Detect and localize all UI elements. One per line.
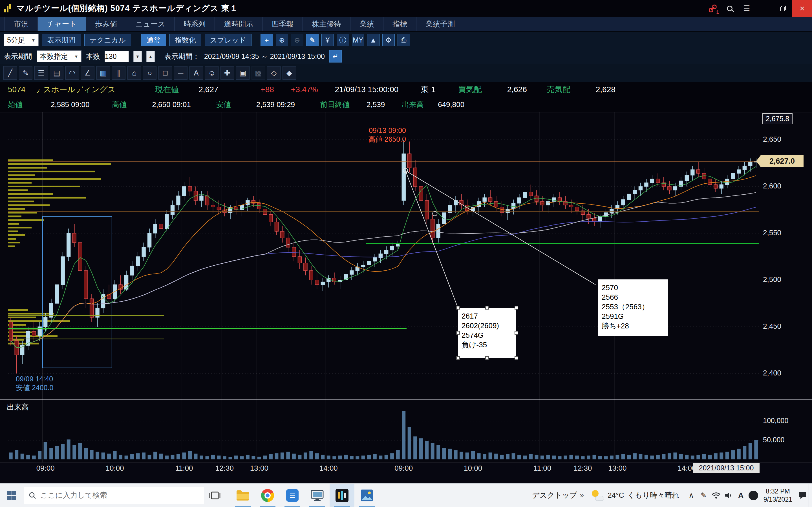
search-input[interactable] xyxy=(40,491,187,500)
settings-wrench-icon[interactable]: ⚙ xyxy=(382,34,395,46)
marker-icon[interactable]: ✚ xyxy=(220,66,234,80)
segment-icon[interactable]: ─ xyxy=(174,66,188,80)
yen-icon[interactable]: ¥ xyxy=(321,34,334,46)
menu-icon[interactable]: ☰ xyxy=(738,0,755,17)
taskbar-search[interactable] xyxy=(24,487,204,504)
tab-disclosure[interactable]: 適時開示 xyxy=(215,17,262,31)
time-axis-label: 09:00 xyxy=(387,464,421,473)
vline-set-icon[interactable]: ▥ xyxy=(96,66,110,80)
trading-tool-icon[interactable] xyxy=(329,484,354,507)
angle-line-icon[interactable]: ∠ xyxy=(81,66,94,80)
volume-value: 649,800 xyxy=(438,100,464,109)
parallel-line-icon[interactable]: ∥ xyxy=(112,66,125,80)
zoom-out-icon[interactable]: ⊖ xyxy=(291,34,303,46)
chart-toolbar: 5分足▼ 表示期間 テクニカル 通常 指数化 スプレッド ＋⊕⊖✎¥ⓘMY▲⚙⎙ xyxy=(0,32,812,48)
eraser-icon[interactable]: ◇ xyxy=(267,66,281,80)
price-label: 現在値 xyxy=(155,84,179,95)
ime-indicator[interactable]: A xyxy=(735,484,747,507)
display-period-button[interactable]: 表示期間 xyxy=(42,34,81,46)
restore-button[interactable] xyxy=(774,0,792,17)
arc-icon[interactable]: ◠ xyxy=(65,66,79,80)
action-center-icon[interactable] xyxy=(796,484,809,507)
chrome-icon[interactable] xyxy=(255,484,280,507)
selection-handle[interactable] xyxy=(515,356,518,360)
zoom-in-icon[interactable]: ⊕ xyxy=(276,34,288,46)
prev-close-value: 2,539 xyxy=(366,100,385,109)
my-chart-icon[interactable]: MY xyxy=(352,34,364,46)
price-chart-pane[interactable]: 2,675.8 2,627.0 09/13 09:00 高値 2650.0 09… xyxy=(0,112,812,399)
count-up-button[interactable]: ▲ xyxy=(146,51,155,62)
selection-handle[interactable] xyxy=(485,356,489,360)
pen-icon[interactable]: ✎ xyxy=(698,484,710,507)
selection-handle[interactable] xyxy=(456,331,460,335)
technical-button[interactable]: テクニカル xyxy=(84,34,131,46)
tab-timeseries[interactable]: 時系列 xyxy=(174,17,215,31)
interval-select[interactable]: 5分足▼ xyxy=(4,34,39,46)
selection-handle[interactable] xyxy=(485,306,489,309)
hline-set-icon[interactable]: ☰ xyxy=(35,66,48,80)
tab-earnings[interactable]: 業績 xyxy=(350,17,384,31)
trendline-icon[interactable]: ╱ xyxy=(3,66,17,80)
wifi-icon[interactable] xyxy=(710,484,722,507)
tab-chart[interactable]: チャート xyxy=(38,17,86,31)
crosshair-icon[interactable]: ＋ xyxy=(260,34,273,46)
area-chart-icon[interactable]: ▲ xyxy=(367,34,379,46)
remote-desktop-icon[interactable] xyxy=(305,484,329,507)
bar-count-input[interactable] xyxy=(105,51,129,62)
red-link-icon[interactable]: 1 xyxy=(704,0,721,17)
polygon-icon[interactable]: ⌂ xyxy=(128,66,141,80)
count-mode-select[interactable]: 本数指定▼ xyxy=(37,50,82,62)
weather-widget[interactable]: 24°C くもり時々晴れ xyxy=(591,490,679,501)
task-view-icon[interactable] xyxy=(204,484,225,507)
selection-handle[interactable] xyxy=(515,306,518,309)
start-button[interactable] xyxy=(0,484,24,507)
tab-news[interactable]: ニュース xyxy=(126,17,174,31)
text-icon[interactable]: A xyxy=(190,66,203,80)
search-icon[interactable] xyxy=(721,0,738,17)
tab-market[interactable]: 市況 xyxy=(4,17,38,31)
selection-handle[interactable] xyxy=(456,356,460,360)
volume-pane[interactable]: 出来高 100,00050,000 xyxy=(0,399,812,462)
pattern-icon[interactable]: ▩ xyxy=(252,66,265,80)
notes-app-icon[interactable]: ☰ xyxy=(280,484,305,507)
draw-pen-icon[interactable]: ✎ xyxy=(306,34,319,46)
trade-note-box-1[interactable]: 2617 2602(2609) 2574G 負け-35 xyxy=(458,308,516,358)
rectangle-icon[interactable]: □ xyxy=(158,66,172,80)
info-icon[interactable]: ⓘ xyxy=(337,34,349,46)
tray-chevron-icon[interactable]: ∧ xyxy=(685,484,698,507)
clear-all-icon[interactable]: ◆ xyxy=(283,66,296,80)
tab-trades[interactable]: 歩み値 xyxy=(86,17,126,31)
copy-icon[interactable]: ▣ xyxy=(236,66,250,80)
mode-spread-button[interactable]: スプレッド xyxy=(205,34,252,46)
quote-datetime: 21/09/13 15:00:00 xyxy=(335,85,399,94)
selection-handle[interactable] xyxy=(456,306,460,309)
mode-normal-button[interactable]: 通常 xyxy=(141,34,166,46)
trade-note-box-2[interactable]: 2570 2566 2553（2563） 2591G 勝ち+28 xyxy=(598,279,668,336)
reload-button[interactable]: ↵ xyxy=(329,50,342,62)
ime-mode-icon[interactable] xyxy=(747,484,760,507)
tab-shikiho[interactable]: 四季報 xyxy=(262,17,303,31)
photos-app-icon[interactable] xyxy=(354,484,379,507)
tab-forecast[interactable]: 業績予測 xyxy=(416,17,464,31)
ellipse-icon[interactable]: ○ xyxy=(143,66,156,80)
stamp-icon[interactable]: ☺ xyxy=(205,66,218,80)
prev-close-label: 前日終値 xyxy=(320,100,350,110)
speaker-icon[interactable] xyxy=(722,484,735,507)
selection-handle[interactable] xyxy=(515,331,518,335)
tab-indicators[interactable]: 指標 xyxy=(384,17,416,31)
open-value: 2,585 09:00 xyxy=(51,100,89,109)
print-icon[interactable]: ⎙ xyxy=(398,34,410,46)
file-explorer-icon[interactable] xyxy=(231,484,255,507)
mode-index-button[interactable]: 指数化 xyxy=(169,34,201,46)
clock[interactable]: 8:32 PM 9/13/2021 xyxy=(760,487,796,504)
pen-icon[interactable]: ✎ xyxy=(19,66,33,80)
candlestick-chart[interactable] xyxy=(0,112,812,399)
tab-benefits[interactable]: 株主優待 xyxy=(303,17,350,31)
close-button[interactable]: × xyxy=(792,0,812,17)
count-down-button[interactable]: ▼ xyxy=(133,51,142,62)
bid-price: 2,626 xyxy=(507,85,527,94)
price-line-icon[interactable]: ▤ xyxy=(50,66,63,80)
desktop-toolbar[interactable]: デスクトップ » xyxy=(532,490,584,500)
minimize-button[interactable]: – xyxy=(755,0,774,17)
show-desktop-button[interactable] xyxy=(809,484,812,507)
